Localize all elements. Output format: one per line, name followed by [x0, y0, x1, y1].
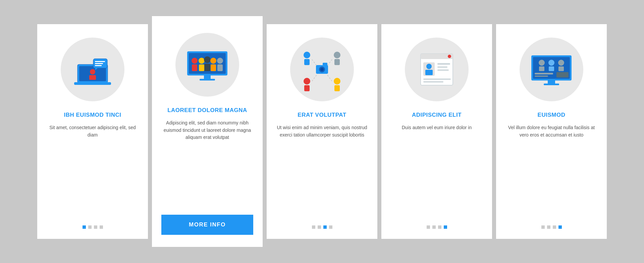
icon-circle-5 [520, 38, 583, 101]
card-3: ERAT VOLUTPAT Ut wisi enim ad minim veni… [267, 24, 377, 239]
svg-rect-54 [548, 81, 555, 84]
svg-rect-15 [192, 64, 197, 71]
svg-rect-63 [535, 75, 548, 77]
svg-rect-8 [95, 63, 103, 64]
svg-rect-31 [334, 85, 340, 91]
dot-1-3 [94, 225, 97, 229]
svg-point-60 [558, 60, 564, 66]
dot-3-4 [329, 225, 332, 229]
svg-point-26 [334, 52, 340, 58]
card-1-body: Sit amet, consectetuer adipiscing elit, … [47, 124, 139, 216]
network-camera-icon [299, 48, 345, 91]
dot-1-2 [88, 225, 92, 229]
dot-1-4 [100, 225, 103, 229]
card-5-title: EUISMOD [538, 111, 566, 119]
svg-rect-12 [204, 75, 211, 79]
svg-point-58 [548, 60, 554, 66]
card-1-dots [83, 225, 103, 229]
svg-rect-64 [556, 72, 569, 77]
card-1: IBH EUISMOD TINCI Sit amet, consectetuer… [37, 24, 148, 239]
dot-5-1 [541, 225, 545, 229]
svg-rect-50 [423, 78, 451, 80]
svg-rect-62 [535, 73, 553, 74]
svg-point-3 [90, 69, 95, 74]
dot-5-2 [547, 225, 550, 229]
card-2-title: LAOREET DOLORE MAGNA [167, 107, 247, 114]
svg-point-24 [304, 52, 310, 58]
svg-rect-23 [217, 64, 223, 71]
svg-rect-21 [211, 64, 216, 71]
profile-page-icon [417, 51, 457, 88]
svg-rect-57 [539, 66, 544, 71]
svg-point-18 [204, 56, 211, 63]
svg-rect-49 [437, 69, 449, 71]
svg-rect-4 [89, 75, 96, 80]
svg-point-22 [217, 58, 223, 64]
card-4: ADIPISCING ELIT Duis autem vel eum iriur… [381, 24, 492, 239]
svg-rect-25 [304, 59, 310, 65]
card-4-title: ADIPISCING ELIT [412, 111, 462, 119]
svg-rect-7 [95, 61, 105, 62]
svg-rect-59 [549, 66, 554, 71]
dot-5-3 [553, 225, 556, 229]
svg-point-28 [304, 78, 310, 85]
svg-rect-46 [425, 70, 433, 75]
dot-4-1 [427, 225, 430, 229]
svg-point-20 [210, 58, 216, 64]
dot-3-2 [318, 225, 321, 229]
svg-line-34 [312, 74, 317, 81]
card-2-body: Adipiscing elit, sed diam nonummy nibh e… [161, 119, 253, 205]
monitor-team-icon [530, 53, 573, 86]
svg-rect-61 [558, 66, 564, 71]
svg-line-35 [327, 74, 332, 81]
dot-5-4 [558, 225, 562, 229]
dot-4-4 [444, 225, 447, 229]
svg-rect-9 [95, 65, 102, 66]
more-info-button[interactable]: MORE INFO [161, 215, 253, 235]
svg-point-39 [320, 68, 324, 71]
dot-4-3 [438, 225, 441, 229]
card-5-dots [541, 225, 562, 229]
card-4-dots [427, 225, 447, 229]
svg-rect-17 [199, 64, 204, 71]
svg-rect-51 [423, 81, 443, 83]
dot-1-1 [83, 225, 86, 229]
dot-3-3 [323, 225, 327, 229]
svg-point-30 [334, 78, 340, 85]
dot-3-1 [312, 225, 315, 229]
svg-point-43 [448, 55, 451, 58]
svg-point-56 [539, 60, 545, 66]
svg-point-14 [192, 58, 198, 64]
icon-circle-1 [61, 38, 124, 101]
svg-line-33 [327, 59, 332, 66]
icon-circle-2 [175, 33, 239, 97]
card-3-dots [312, 225, 332, 229]
monitor-group-icon [185, 48, 229, 82]
svg-rect-29 [304, 85, 310, 91]
card-3-body: Ut wisi enim ad minim veniam, quis nostr… [276, 124, 368, 216]
svg-rect-40 [323, 63, 327, 66]
icon-circle-3 [290, 38, 354, 101]
card-2: LAOREET DOLORE MAGNA Adipiscing elit, se… [152, 16, 263, 247]
icon-circle-4 [405, 38, 469, 101]
svg-point-16 [199, 58, 205, 64]
card-1-title: IBH EUISMOD TINCI [64, 111, 121, 119]
svg-rect-48 [437, 66, 447, 68]
svg-rect-2 [74, 82, 111, 85]
svg-rect-13 [200, 79, 215, 81]
cards-container: IBH EUISMOD TINCI Sit amet, consectetuer… [27, 11, 617, 252]
svg-rect-19 [204, 64, 210, 71]
card-5-body: Vel illum dolore eu feugiat nulla facili… [505, 124, 597, 216]
card-5: EUISMOD Vel illum dolore eu feugiat null… [496, 24, 607, 239]
svg-line-32 [312, 59, 317, 66]
svg-rect-55 [544, 84, 559, 85]
laptop-chat-icon [72, 53, 113, 86]
svg-point-45 [426, 64, 432, 69]
card-4-body: Duis autem vel eum iriure dolor in [402, 124, 472, 216]
svg-rect-27 [334, 59, 340, 65]
card-3-title: ERAT VOLUTPAT [298, 111, 346, 119]
dot-4-2 [432, 225, 436, 229]
svg-rect-47 [437, 63, 450, 65]
